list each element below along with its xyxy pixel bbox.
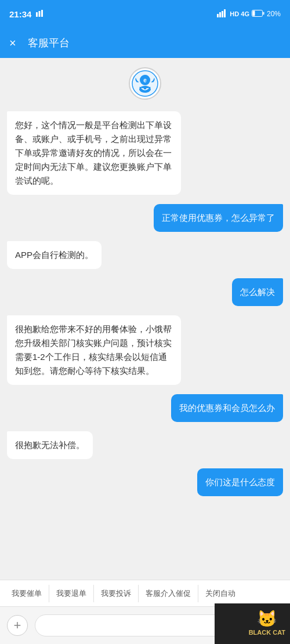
- bot-message: 很抱歉无法补偿。: [7, 431, 93, 459]
- bot-avatar: e: [129, 67, 161, 100]
- bot-message: APP会自行检测的。: [7, 241, 102, 269]
- svg-rect-5: [222, 11, 223, 17]
- message-row: 我的优惠券和会员怎么办: [7, 394, 283, 422]
- svg-rect-1: [39, 11, 41, 17]
- status-bar: 21:34 HD 4G 20%: [0, 0, 290, 28]
- svg-point-13: [139, 86, 151, 93]
- header: × 客服平台: [0, 28, 290, 58]
- status-icon: [35, 9, 44, 20]
- user-message: 你们这是什么态度: [197, 468, 283, 496]
- message-row: APP会自行检测的。: [7, 241, 283, 269]
- user-message: 正常使用优惠券，怎么异常了: [154, 204, 283, 232]
- network-type: HD 4G: [230, 10, 249, 17]
- message-row: 很抱歉无法补偿。: [7, 431, 283, 459]
- svg-rect-2: [41, 10, 43, 17]
- message-row: 很抱歉给您带来不好的用餐体验，小饿帮您升级相关部门核实账户问题，预计核实需要1-…: [7, 315, 283, 385]
- bot-message: 很抱歉给您带来不好的用餐体验，小饿帮您升级相关部门核实账户问题，预计核实需要1-…: [7, 315, 181, 385]
- bot-avatar-container: e: [7, 67, 283, 100]
- svg-point-14: [143, 88, 144, 89]
- status-left: 21:34: [9, 9, 44, 20]
- svg-rect-8: [263, 12, 264, 14]
- message-row: 正常使用优惠券，怎么异常了: [7, 204, 283, 232]
- message-row: 您好，这个情况一般是平台检测出下单设备、或账户、或手机号，之前出现过异常下单或异…: [7, 111, 283, 195]
- status-time: 21:34: [9, 9, 31, 19]
- svg-rect-3: [217, 14, 219, 17]
- status-right: HD 4G 20%: [217, 9, 281, 19]
- bot-message: 您好，这个情况一般是平台检测出下单设备、或账户、或手机号，之前出现过异常下单或异…: [7, 111, 181, 195]
- signal-icon: [217, 9, 227, 19]
- battery-icon: [252, 10, 264, 19]
- svg-point-15: [146, 88, 147, 89]
- user-message: 怎么解决: [232, 278, 283, 306]
- svg-rect-6: [224, 9, 226, 17]
- quick-reply-btn[interactable]: 我要催单: [5, 585, 49, 602]
- svg-rect-4: [219, 12, 221, 17]
- svg-text:e: e: [143, 77, 147, 83]
- svg-rect-0: [36, 12, 38, 17]
- watermark: 🐱 BLACK CAT: [215, 603, 290, 644]
- message-row: 你们这是什么态度: [7, 468, 283, 496]
- watermark-brand: BLACK CAT: [249, 628, 285, 636]
- watermark-cat-icon: 🐱: [257, 611, 277, 627]
- quick-reply-btn[interactable]: 我要投诉: [94, 585, 139, 602]
- quick-reply-btn[interactable]: 关闭自动: [198, 585, 242, 602]
- chat-area: e 您好，这个情况一般是平台检测出下单设备、或账户、或手机号，之前出现过异常下单…: [0, 58, 290, 580]
- add-button[interactable]: +: [7, 615, 28, 636]
- message-row: 怎么解决: [7, 278, 283, 306]
- quick-reply-bar: 我要催单 我要退单 我要投诉 客服介入催促 关闭自动: [0, 580, 290, 606]
- user-message: 我的优惠券和会员怎么办: [171, 394, 283, 422]
- header-title: 客服平台: [28, 36, 70, 50]
- svg-rect-9: [252, 10, 255, 16]
- battery-percent: 20%: [267, 10, 281, 18]
- close-button[interactable]: ×: [9, 37, 16, 50]
- quick-reply-btn[interactable]: 我要退单: [49, 585, 94, 602]
- quick-reply-btn[interactable]: 客服介入催促: [139, 585, 198, 602]
